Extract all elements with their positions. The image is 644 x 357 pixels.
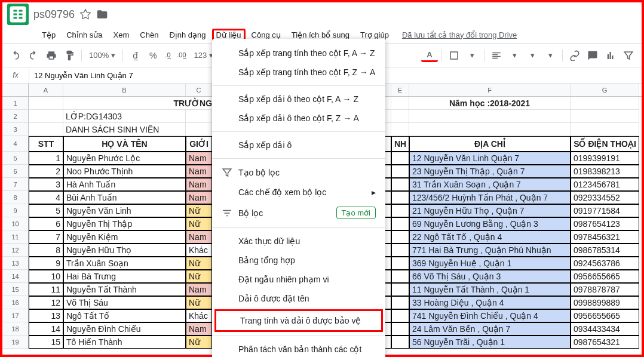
cell[interactable]: 2 <box>29 165 63 178</box>
create-new-button[interactable]: Tạo mới <box>336 207 376 219</box>
menu-view[interactable]: Xem <box>109 28 134 42</box>
cell[interactable]: 33 Hoàng Diệu , Quận 4 <box>409 296 571 309</box>
cell[interactable] <box>391 257 409 270</box>
cell[interactable] <box>391 283 409 296</box>
row-header[interactable]: 11 <box>2 230 29 244</box>
filter-button[interactable] <box>620 47 637 64</box>
row-header[interactable]: 17 <box>2 309 29 322</box>
row-header[interactable]: 10 <box>2 217 29 230</box>
decrease-decimal-button[interactable]: .0̲ <box>162 47 173 64</box>
zoom-dropdown[interactable]: 100%▾ <box>85 51 119 60</box>
row-header[interactable]: 1 <box>2 97 29 110</box>
menu-format[interactable]: Định dạng <box>164 28 210 42</box>
row-header[interactable]: 12 <box>2 244 29 257</box>
sort-sheet-za[interactable]: Sắp xếp trang tính theo cột F, Z → A <box>212 63 385 82</box>
cell[interactable]: 11 <box>29 283 63 296</box>
cell[interactable] <box>29 110 63 123</box>
sort-range-za[interactable]: Sắp xếp dải ô theo cột F, Z → A <box>212 109 385 128</box>
cell[interactable]: Nam <box>186 283 212 296</box>
cell[interactable]: 771 Hai Bà Trưng , Quận Phú Nhuận <box>409 244 571 257</box>
cell[interactable] <box>409 123 571 136</box>
select-all-corner[interactable] <box>2 84 29 96</box>
cell[interactable]: 5 <box>29 204 63 217</box>
cell[interactable]: 13 <box>29 309 63 322</box>
cell[interactable]: 0987654321 <box>571 336 639 349</box>
cell[interactable]: Nguyễn Kiệm <box>63 230 186 244</box>
cell[interactable]: 0929334552 <box>571 191 639 204</box>
sort-range[interactable]: Sắp xếp dải ô <box>212 136 385 155</box>
cell[interactable]: Nguyễn Hữu Thọ <box>63 244 186 257</box>
sort-sheet-az[interactable]: Sắp xếp trang tính theo cột F, A → Z <box>212 44 385 63</box>
cell[interactable]: 0956655665 <box>571 270 639 283</box>
cell[interactable]: 0987654123 <box>571 217 639 230</box>
cell[interactable]: Nữ <box>186 296 212 309</box>
row-header[interactable]: 15 <box>2 283 29 296</box>
create-filter[interactable]: Tạo bộ lọc <box>212 162 385 183</box>
chart-button[interactable] <box>602 47 619 64</box>
cell[interactable]: Nguyễn Đình Chiểu <box>63 322 186 336</box>
cell[interactable]: 0123456781 <box>571 178 639 191</box>
cell[interactable] <box>391 152 409 165</box>
cell[interactable]: Nam <box>186 191 212 204</box>
cell[interactable]: 12 Nguyễn Văn Linh Quận 7 <box>409 152 571 165</box>
text-color-button[interactable]: A <box>421 49 438 62</box>
cell[interactable] <box>391 244 409 257</box>
protected-sheets-ranges[interactable]: Trang tính và dải ô được bảo vệ <box>214 309 383 332</box>
cell[interactable]: 0978878787 <box>571 283 639 296</box>
cell[interactable]: 6 <box>29 217 63 230</box>
cell[interactable] <box>391 204 409 217</box>
split-text-columns[interactable]: Phân tách văn bản thành các cột <box>212 340 385 357</box>
valign-button[interactable]: ▾ <box>506 47 523 64</box>
cell[interactable]: Hai Bà Trưng <box>63 270 186 283</box>
row-header[interactable]: 5 <box>2 152 29 165</box>
print-button[interactable] <box>43 47 60 64</box>
cell[interactable]: 0956655665 <box>571 309 639 322</box>
cell[interactable] <box>391 309 409 322</box>
col-header-a[interactable]: A <box>29 84 63 96</box>
cell[interactable] <box>391 123 409 136</box>
link-button[interactable] <box>566 47 583 64</box>
cell[interactable] <box>391 191 409 204</box>
cell[interactable]: Nam <box>186 230 212 244</box>
cell[interactable]: Nữ <box>186 204 212 217</box>
named-ranges[interactable]: Dải ô được đặt tên <box>212 289 385 308</box>
cell[interactable] <box>391 230 409 244</box>
cell[interactable]: Nữ <box>186 270 212 283</box>
cell[interactable]: Nam <box>186 165 212 178</box>
cell[interactable] <box>571 97 639 110</box>
row-header[interactable]: 7 <box>2 178 29 191</box>
cell[interactable]: 0924563786 <box>571 257 639 270</box>
cell[interactable]: 3 <box>29 178 63 191</box>
cell[interactable]: LỚP:DG14303 <box>63 110 186 123</box>
cell[interactable]: 0978456321 <box>571 230 639 244</box>
merge-cells-button[interactable]: ▾ <box>464 47 480 64</box>
cell[interactable] <box>391 110 409 123</box>
cell[interactable] <box>29 123 63 136</box>
col-header-b[interactable]: B <box>63 84 186 96</box>
data-validation[interactable]: Xác thực dữ liệu <box>212 232 385 251</box>
cell[interactable] <box>391 165 409 178</box>
cell[interactable]: 15 <box>29 336 63 349</box>
cell[interactable]: ĐỊA CHỈ <box>409 136 571 152</box>
filter-item[interactable]: Bộ lọc Tạo mới <box>212 202 385 224</box>
saved-message[interactable]: Đã lưu tất cả thay đổi trong Drive <box>402 30 517 39</box>
cell[interactable]: 56 Nguyễn Trãi , Quận 1 <box>409 336 571 349</box>
filter-views[interactable]: Các chế độ xem bộ lọc ▸ <box>212 183 385 202</box>
comment-button[interactable] <box>584 47 601 64</box>
cell[interactable] <box>571 123 639 136</box>
cell[interactable]: 8 <box>29 244 63 257</box>
cell[interactable]: 741 Nguyễn Đình Chiểu , Quận 4 <box>409 309 571 322</box>
cell[interactable]: Tô Hiến Thành <box>63 336 186 349</box>
cell[interactable] <box>29 97 63 110</box>
row-header[interactable]: 6 <box>2 165 29 178</box>
cell[interactable]: Nguyễn Thị Thập <box>63 217 186 230</box>
cell[interactable] <box>391 322 409 336</box>
cell[interactable]: SỐ ĐIỆN THOẠI <box>571 136 639 152</box>
col-header-e[interactable]: E <box>391 84 409 96</box>
row-header[interactable]: 2 <box>2 110 29 123</box>
cell[interactable]: 0998899889 <box>571 296 639 309</box>
cell[interactable]: Khác <box>186 244 212 257</box>
cell[interactable]: 0198398213 <box>571 165 639 178</box>
cell[interactable]: 4 <box>29 191 63 204</box>
menu-edit[interactable]: Chỉnh sửa <box>62 28 107 42</box>
